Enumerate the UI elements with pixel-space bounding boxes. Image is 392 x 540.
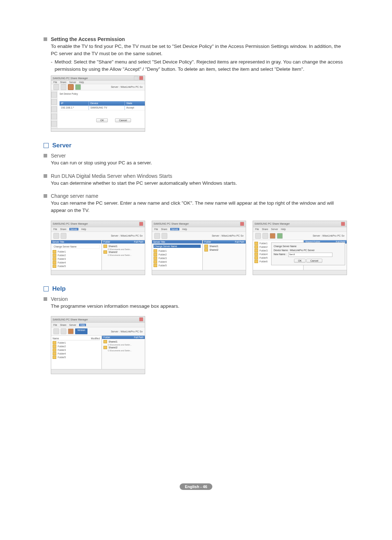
list-item: Folder1: [53, 341, 100, 344]
list-item: Folder3: [53, 257, 100, 261]
screenshot-rename-1: SAMSUNG PC Share Manager File Share Serv…: [51, 221, 145, 275]
toolbar-icon: [61, 84, 66, 90]
screenshot-rename-2: SAMSUNG PC Share Manager File Share Serv…: [152, 221, 246, 275]
shared-name: Shared1: [209, 245, 219, 248]
folder-icon: [103, 250, 107, 254]
status-bar: [51, 128, 145, 132]
list-item: Folder2: [53, 254, 100, 257]
folder-label: Folder3: [260, 249, 268, 252]
status-bar: [152, 270, 246, 275]
folder-label: Folder6: [260, 260, 268, 263]
square-bullet-icon: [44, 297, 47, 301]
folder-label: Folder5: [260, 257, 268, 259]
cancel-button: Cancel: [306, 259, 322, 263]
ok-button: OK: [294, 259, 306, 263]
col-full-path: Full Path: [134, 241, 143, 243]
section-marker-icon: [44, 143, 49, 148]
menu-server-open: Server: [170, 228, 179, 230]
col-folder: Folder: [103, 336, 110, 339]
menu-help: Help: [81, 228, 86, 230]
col-ip: IP: [60, 101, 89, 106]
server-label: Server :: [313, 234, 322, 237]
menu-share: Share: [60, 324, 66, 326]
folder-icon: [204, 248, 208, 251]
col-state: State: [125, 101, 145, 106]
folder-icon: [103, 346, 107, 349]
menu-share: Share: [161, 228, 167, 230]
folder-icon: [154, 257, 157, 260]
shared-name: Shared1: [109, 245, 118, 248]
new-name-value: Serv3: [289, 253, 295, 255]
rename-dialog: Change Server Name Device Name : WiseLin…: [271, 242, 345, 265]
window-title: SAMSUNG PC Share Manager: [53, 222, 88, 225]
folder-icon: [103, 340, 107, 343]
sidebar-icon: [51, 92, 57, 98]
server-name: WiseLinkPro PC Sv: [121, 330, 143, 333]
server-item-body: You can run or stop using your PC as a s…: [51, 159, 348, 167]
menu-help: Help: [281, 228, 286, 230]
shared-row: Shared1: [204, 245, 244, 248]
cell-device: SAMSUNG TV: [89, 106, 125, 110]
folder-icon: [254, 242, 258, 245]
folder-icon: [53, 345, 56, 348]
access-permission-item: Setting the Access Permission To enable …: [44, 36, 348, 132]
folder-icon: [254, 249, 258, 252]
status-bar: [253, 270, 347, 275]
toolbar-icon: [61, 233, 66, 239]
sidebar-icon: [51, 121, 57, 127]
folder-label: Folder3: [58, 349, 66, 351]
menu-share: Share: [60, 228, 66, 230]
status-bar: [51, 270, 145, 275]
window-title: SAMSUNG PC Share Manager: [53, 77, 88, 79]
sidebar-icon: [51, 99, 57, 105]
device-name-value: WiseLinkPro PC Server: [290, 249, 314, 251]
col-folder: Folder: [103, 241, 110, 243]
server-label: Server :: [212, 234, 221, 237]
window-title: SAMSUNG PC Share Manager: [53, 318, 88, 321]
new-name-input: Serv3: [288, 253, 332, 257]
folder-icon: [154, 253, 157, 256]
square-bullet-icon: [44, 37, 47, 41]
list-item: Folder1: [154, 249, 201, 253]
server-label: Server :: [111, 86, 120, 88]
list-item: Folder4: [53, 261, 100, 264]
menu-file: File: [255, 228, 259, 230]
rename-screenshots-row: SAMSUNG PC Share Manager File Share Serv…: [51, 221, 348, 275]
sidebar-icon: [51, 114, 57, 119]
refresh-icon: [68, 84, 74, 90]
list-item: Folder5: [154, 264, 201, 267]
status-bar: [51, 369, 145, 374]
square-bullet-icon: [44, 194, 47, 198]
sidebar-icon: [51, 106, 57, 112]
refresh-icon: [68, 328, 74, 334]
list-item: Folder2: [154, 253, 201, 256]
toolbar-icon: [53, 233, 59, 239]
list-item: Folder3: [53, 348, 100, 352]
folder-icon: [53, 257, 56, 261]
folder-label: Folder2: [260, 246, 268, 248]
folder-icon: [53, 265, 56, 268]
folder-label: Folder2: [58, 254, 66, 257]
menu-help: Help: [79, 81, 84, 83]
menu-server: Server: [271, 228, 278, 230]
shared-name: Shared2: [109, 346, 118, 349]
server-name: WiseLinkPro PC Sv: [121, 86, 143, 88]
shared-row: Shared2: [204, 248, 244, 251]
folder-label: Folder1: [260, 242, 268, 245]
shared-row: Shared2: [103, 346, 143, 349]
folder-label: Folder4: [260, 253, 268, 255]
server-name: WiseLinkPro PC Sv: [121, 234, 143, 237]
list-item: Folder1: [53, 250, 100, 253]
dropdown-server-title: Server Title: [51, 240, 101, 244]
window-close-icon: [341, 222, 345, 226]
dash-bullet-icon: -: [51, 58, 53, 73]
server-label: Server :: [111, 330, 120, 333]
toolbar-icon: [277, 233, 283, 239]
section-marker-icon: [44, 286, 49, 291]
menu-file: File: [53, 228, 57, 230]
access-permission-title: Setting the Access Permission: [51, 36, 125, 42]
toolbar-icon: [75, 84, 81, 90]
toolbar-icon: [154, 233, 160, 239]
cell-ip: 192.168.1.*: [60, 106, 89, 110]
window-title: SAMSUNG PC Share Manager: [254, 222, 290, 225]
